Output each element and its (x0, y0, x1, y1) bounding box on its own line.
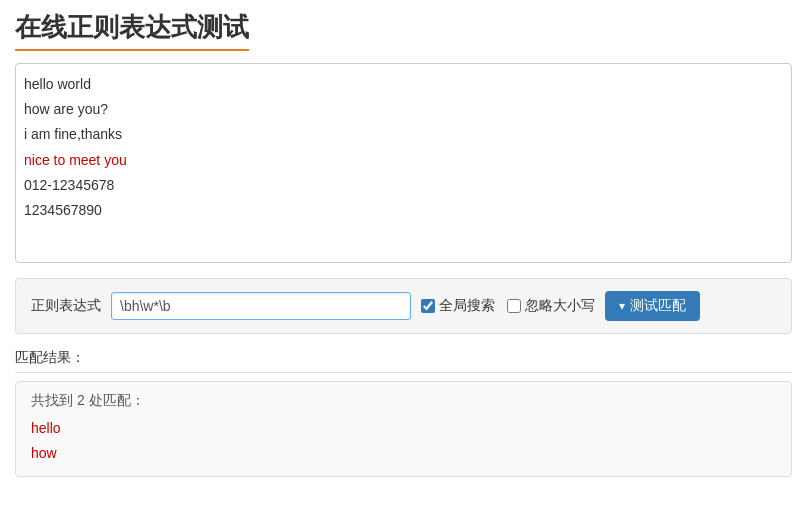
result-match-item: how (31, 441, 776, 466)
text-line: hello world (24, 72, 783, 97)
result-title: 匹配结果： (15, 349, 792, 373)
text-line: how are you? (24, 97, 783, 122)
ignore-case-option[interactable]: 忽略大小写 (507, 297, 595, 315)
page-wrapper: 在线正则表达式测试 hello worldhow are you?i am fi… (0, 0, 807, 487)
global-search-label: 全局搜索 (439, 297, 495, 315)
ignore-case-checkbox[interactable] (507, 299, 521, 313)
page-title: 在线正则表达式测试 (15, 10, 249, 51)
text-input-area[interactable]: hello worldhow are you?i am fine,thanksn… (15, 63, 792, 263)
regex-label: 正则表达式 (31, 297, 101, 315)
text-line: nice to meet you (24, 148, 783, 173)
result-section: 匹配结果： 共找到 2 处匹配： hellohow (15, 349, 792, 477)
test-match-button[interactable]: ▾ 测试匹配 (605, 291, 700, 321)
text-line: 1234567890 (24, 198, 783, 223)
global-search-checkbox[interactable] (421, 299, 435, 313)
result-matches: hellohow (31, 416, 776, 466)
result-summary: 共找到 2 处匹配： (31, 392, 776, 410)
global-search-option[interactable]: 全局搜索 (421, 297, 495, 315)
chevron-down-icon: ▾ (619, 299, 625, 313)
result-match-item: hello (31, 416, 776, 441)
text-line: i am fine,thanks (24, 122, 783, 147)
text-line: 012-12345678 (24, 173, 783, 198)
checkbox-group: 全局搜索 忽略大小写 (421, 297, 595, 315)
test-match-label: 测试匹配 (630, 297, 686, 315)
regex-input[interactable] (111, 292, 411, 320)
ignore-case-label: 忽略大小写 (525, 297, 595, 315)
regex-bar: 正则表达式 全局搜索 忽略大小写 ▾ 测试匹配 (15, 278, 792, 334)
result-body: 共找到 2 处匹配： hellohow (15, 381, 792, 477)
